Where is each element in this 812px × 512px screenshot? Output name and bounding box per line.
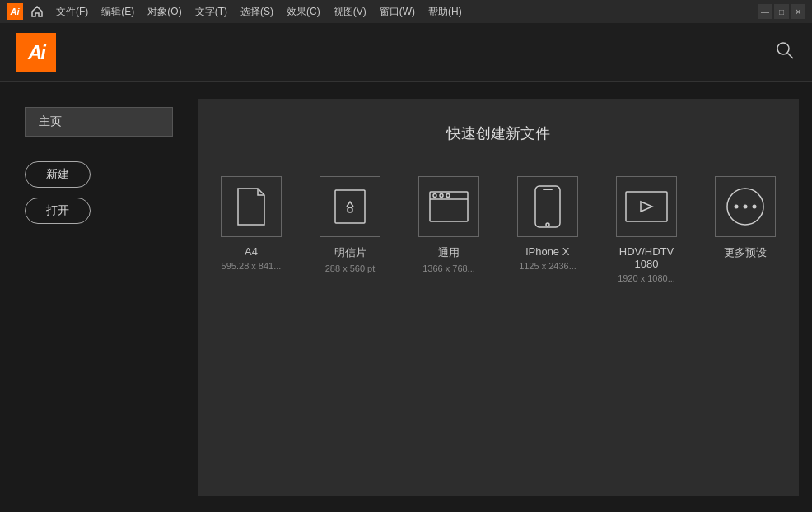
menu-select[interactable]: 选择(S) <box>234 0 280 23</box>
open-button[interactable]: 打开 <box>25 198 91 224</box>
svg-rect-12 <box>626 192 667 221</box>
template-postcard-name: 明信片 <box>334 245 366 260</box>
template-web-icon <box>418 176 479 237</box>
app-logo-small: Ai <box>7 3 23 20</box>
svg-point-16 <box>744 205 748 209</box>
header: Ai <box>0 23 812 82</box>
template-postcard-icon <box>320 176 380 237</box>
template-hdtv-icon <box>616 176 677 237</box>
template-more-icon <box>715 176 776 237</box>
menu-window[interactable]: 窗口(W) <box>373 0 422 23</box>
home-label: 主页 <box>25 107 173 137</box>
title-bar: Ai 文件(F) 编辑(E) 对象(O) 文字(T) 选择(S) 效果(C) 视… <box>0 0 812 23</box>
minimize-button[interactable]: — <box>758 4 772 19</box>
templates-row: A4 595.28 x 841... 明信片 288 x 560 pt <box>214 176 782 283</box>
template-iphone[interactable]: iPhone X 1125 x 2436... <box>511 176 585 271</box>
svg-point-11 <box>546 223 549 226</box>
home-icon[interactable] <box>28 2 46 21</box>
template-web[interactable]: 通用 1366 x 768... <box>412 176 486 273</box>
menu-file[interactable]: 文件(F) <box>49 0 95 23</box>
title-bar-controls: — □ ✕ <box>758 4 805 19</box>
svg-point-15 <box>735 205 739 209</box>
svg-marker-13 <box>641 202 652 212</box>
template-a4[interactable]: A4 595.28 x 841... <box>214 176 288 271</box>
action-buttons: 新建 打开 <box>25 161 173 224</box>
svg-point-3 <box>348 207 352 212</box>
template-iphone-size: 1125 x 2436... <box>519 261 576 271</box>
quick-create-title: 快速创建新文件 <box>446 123 550 143</box>
template-iphone-icon <box>517 176 578 237</box>
svg-line-1 <box>788 53 794 58</box>
ai-logo: Ai <box>16 33 56 72</box>
template-web-size: 1366 x 768... <box>422 263 475 273</box>
new-button[interactable]: 新建 <box>25 161 91 188</box>
svg-point-0 <box>777 43 789 54</box>
menu-view[interactable]: 视图(V) <box>327 0 373 23</box>
svg-rect-9 <box>535 186 560 227</box>
template-hdtv-size: 1920 x 1080... <box>618 273 675 283</box>
title-bar-left: Ai 文件(F) 编辑(E) 对象(O) 文字(T) 选择(S) 效果(C) 视… <box>7 0 469 23</box>
sidebar: 主页 新建 打开 <box>0 82 198 512</box>
template-iphone-name: iPhone X <box>526 245 570 258</box>
menu-effect[interactable]: 效果(C) <box>280 0 327 23</box>
maximize-button[interactable]: □ <box>774 4 789 19</box>
menu-edit[interactable]: 编辑(E) <box>95 0 141 23</box>
menu-text[interactable]: 文字(T) <box>189 0 234 23</box>
template-a4-name: A4 <box>245 245 258 258</box>
template-more[interactable]: 更多预设 <box>708 176 782 263</box>
main-content: 主页 新建 打开 快速创建新文件 A4 595.28 x 841... <box>0 82 812 512</box>
quick-create-panel: 快速创建新文件 A4 595.28 x 841... <box>198 99 799 496</box>
template-a4-size: 595.28 x 841... <box>222 261 282 271</box>
menu-help[interactable]: 帮助(H) <box>422 0 469 23</box>
svg-point-8 <box>446 194 450 198</box>
template-web-name: 通用 <box>438 245 460 260</box>
template-hdtv-name: HDV/HDTV 1080 <box>619 245 674 270</box>
menu-object[interactable]: 对象(O) <box>141 0 188 23</box>
svg-point-6 <box>433 194 436 198</box>
template-postcard[interactable]: 明信片 288 x 560 pt <box>313 176 387 273</box>
svg-point-17 <box>753 205 757 209</box>
template-a4-icon <box>221 176 282 237</box>
close-button[interactable]: ✕ <box>791 4 805 19</box>
search-icon[interactable] <box>774 40 796 66</box>
template-hdtv[interactable]: HDV/HDTV 1080 1920 x 1080... <box>609 176 684 283</box>
svg-rect-2 <box>335 190 365 223</box>
template-postcard-size: 288 x 560 pt <box>325 263 376 273</box>
template-more-name: 更多预设 <box>724 245 767 260</box>
svg-point-7 <box>440 194 443 198</box>
